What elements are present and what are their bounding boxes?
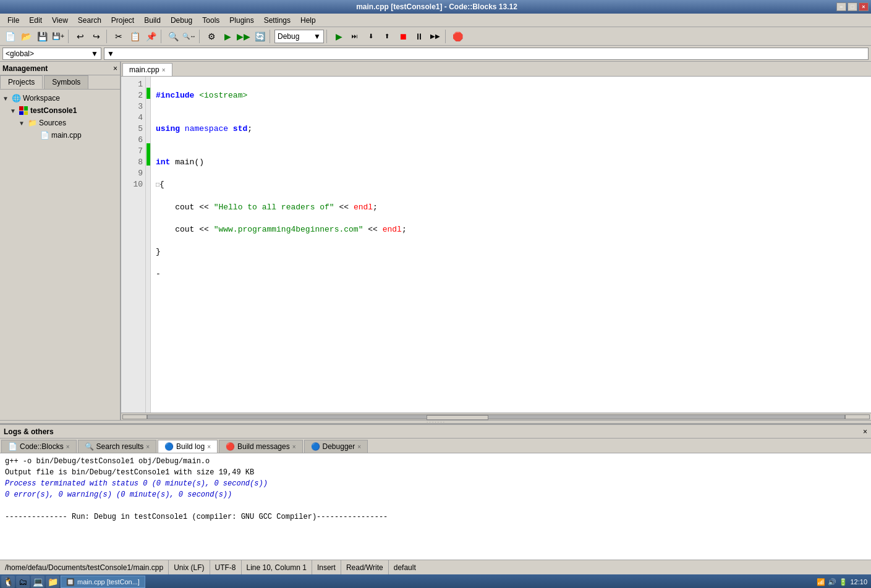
menu-edit[interactable]: Edit <box>24 15 47 26</box>
bottom-panel-header: Logs & others × <box>0 425 871 439</box>
global-scope-dropdown[interactable]: <global> ▼ <box>2 48 101 60</box>
debug-continue-button[interactable]: ▶▶ <box>428 29 443 44</box>
minimize-button[interactable]: − <box>836 2 846 11</box>
status-bar: /home/defau/Documents/testConsole1/main.… <box>0 560 871 574</box>
code-content[interactable]: #include <iostream> using namespace std;… <box>151 77 871 413</box>
tree-project[interactable]: ▼ testConsole1 <box>1 104 119 117</box>
copy-button[interactable]: 📋 <box>127 29 142 44</box>
codeblocks-tab-label: Code::Blocks <box>20 442 64 451</box>
taskbar-right: 📶 🔊 🔋 12:10 <box>817 578 870 586</box>
debug-stop-button[interactable]: ⏹ <box>396 29 410 44</box>
taskbar: 🐧 🗂 💻 📁 🔲 main.cpp [testCon...] 📶 🔊 🔋 12… <box>0 574 871 588</box>
status-cursor: Line 10, Column 1 <box>242 560 312 574</box>
taskbar-files-icon[interactable]: 📁 <box>46 576 59 588</box>
log-line-1: g++ -o bin/Debug/testConsole1 obj/Debug/… <box>5 456 866 467</box>
redo-button[interactable]: ↪ <box>89 29 104 44</box>
log-line-6: -------------- Run: Debug in testConsole… <box>5 511 866 523</box>
taskbar-linux-icon[interactable]: 🐧 <box>1 576 15 588</box>
toolbar: 📄 📂 💾 💾+ ↩ ↪ ✂ 📋 📌 🔍 🔍↔ ⚙ ▶ ▶▶ 🔄 Debug ▼… <box>0 27 871 46</box>
scroll-right-btn[interactable] <box>845 414 870 419</box>
rebuild-button[interactable]: 🔄 <box>252 29 267 44</box>
codeblocks-tab-icon: 📄 <box>8 442 17 451</box>
filepath-text: /home/defau/Documents/testConsole1/main.… <box>5 563 163 572</box>
menu-bar: File Edit View Search Project Build Debu… <box>0 14 871 27</box>
code-editor[interactable]: 1 2 3 4 5 6 7 8 9 10 <box>121 77 871 413</box>
encoding-text: UTF-8 <box>215 563 236 572</box>
codeblocks-tab-close[interactable]: × <box>66 443 70 450</box>
sources-collapse-icon: ▼ <box>19 120 27 127</box>
cut-button[interactable]: ✂ <box>111 29 126 44</box>
taskbar-terminal-icon[interactable]: 💻 <box>31 576 45 588</box>
logs-close-button[interactable]: × <box>863 427 867 436</box>
tab-search-results[interactable]: 🔍 Search results × <box>78 440 157 453</box>
debug-step-out-button[interactable]: ⬆ <box>380 29 394 44</box>
search-results-tab-icon: 🔍 <box>85 442 94 451</box>
debug-run-button[interactable]: ▶ <box>331 29 346 44</box>
tab-build-messages[interactable]: 🔴 Build messages × <box>219 440 303 453</box>
project-icon <box>19 106 28 116</box>
title-bar: main.cpp [testConsole1] - Code::Blocks 1… <box>0 0 871 14</box>
menu-project[interactable]: Project <box>106 15 139 26</box>
tree-file-main[interactable]: 📄 main.cpp <box>1 129 119 141</box>
tab-codeblocks[interactable]: 📄 Code::Blocks × <box>1 440 77 453</box>
menu-help[interactable]: Help <box>295 15 321 26</box>
separator-7 <box>445 30 448 43</box>
tree-sources[interactable]: ▼ 📁 Sources <box>1 117 119 129</box>
open-file-button[interactable]: 📂 <box>19 29 33 44</box>
debug-step-button[interactable]: ⬇ <box>363 29 378 44</box>
build-messages-tab-close[interactable]: × <box>292 443 296 450</box>
volume-icon: 🔊 <box>828 578 836 586</box>
editor-tab-main[interactable]: main.cpp × <box>122 63 172 76</box>
workspace-icon: 🌐 <box>11 93 21 103</box>
scroll-track[interactable] <box>147 414 845 419</box>
taskbar-file-manager-icon[interactable]: 🗂 <box>16 576 30 588</box>
find-button[interactable]: 🔍 <box>166 29 181 44</box>
save-button[interactable]: 💾 <box>35 29 49 44</box>
build-run-button[interactable]: ▶▶ <box>236 29 251 44</box>
build-config-dropdown[interactable]: Debug ▼ <box>274 30 324 43</box>
style-text: default <box>394 563 416 572</box>
code-completion-dropdown[interactable]: ▼ <box>104 48 869 60</box>
build-config-arrow: ▼ <box>313 32 321 41</box>
menu-file[interactable]: File <box>2 15 24 26</box>
menu-view[interactable]: View <box>47 15 73 26</box>
menu-tools[interactable]: Tools <box>197 15 224 26</box>
replace-button[interactable]: 🔍↔ <box>182 29 197 44</box>
taskbar-codeblocks-window[interactable]: 🔲 main.cpp [testCon...] <box>61 576 145 588</box>
tab-build-log[interactable]: 🔵 Build log × <box>158 440 218 453</box>
new-file-button[interactable]: 📄 <box>2 29 17 44</box>
debug-next-button[interactable]: ⏭ <box>347 29 362 44</box>
bottom-panel: Logs & others × 📄 Code::Blocks × 🔍 Searc… <box>0 424 871 560</box>
undo-button[interactable]: ↩ <box>73 29 88 44</box>
editor-tab-close[interactable]: × <box>162 67 166 74</box>
menu-search[interactable]: Search <box>73 15 106 26</box>
taskbar-window-label: main.cpp [testCon...] <box>77 578 140 586</box>
tab-debugger[interactable]: 🔵 Debugger × <box>304 440 368 453</box>
debug-pause-button[interactable]: ⏸ <box>412 29 427 44</box>
management-title: Management <box>2 64 48 73</box>
scroll-left-btn[interactable] <box>122 414 147 419</box>
management-close-button[interactable]: × <box>113 64 117 73</box>
paste-button[interactable]: 📌 <box>143 29 158 44</box>
run-button[interactable]: ▶ <box>220 29 235 44</box>
menu-build[interactable]: Build <box>139 15 166 26</box>
close-window-button[interactable]: × <box>859 2 869 11</box>
log-line-3: Process terminated with status 0 (0 minu… <box>5 478 866 489</box>
status-style: default <box>389 560 421 574</box>
stop-button[interactable]: 🛑 <box>450 29 465 44</box>
menu-settings[interactable]: Settings <box>259 15 295 26</box>
debugger-tab-close[interactable]: × <box>357 443 361 450</box>
tree-workspace[interactable]: ▼ 🌐 Workspace <box>1 92 119 104</box>
tab-symbols[interactable]: Symbols <box>44 75 88 89</box>
save-all-button[interactable]: 💾+ <box>51 29 66 44</box>
menu-debug[interactable]: Debug <box>166 15 197 26</box>
build-settings-button[interactable]: ⚙ <box>204 29 219 44</box>
search-results-tab-close[interactable]: × <box>146 443 150 450</box>
global-arrow-icon: ▼ <box>91 49 98 58</box>
maximize-button[interactable]: □ <box>848 2 857 11</box>
menu-plugins[interactable]: Plugins <box>224 15 258 26</box>
project-tree: ▼ 🌐 Workspace ▼ testConsole1 ▼ 📁 Sources <box>0 90 120 420</box>
tab-projects[interactable]: Projects <box>0 75 43 89</box>
build-log-tab-close[interactable]: × <box>207 443 211 450</box>
horizontal-scrollbar[interactable] <box>121 413 871 420</box>
